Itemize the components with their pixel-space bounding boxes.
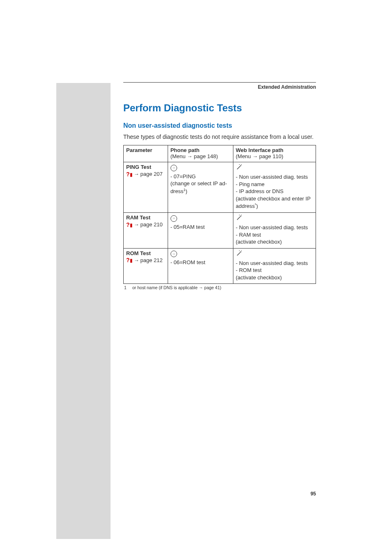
wand-icon: [236, 166, 242, 172]
wand-icon: [236, 252, 242, 258]
param-cell: RAM Test ?▮ → page 210: [124, 213, 168, 249]
page-content: Extended Administration Perform Diagnost…: [0, 0, 392, 290]
phone-path-cell: ∷ - 05=RAM test: [168, 213, 233, 249]
web-path-title: Web Interface path: [236, 147, 284, 153]
cell-line: - 06=ROM test: [171, 259, 231, 266]
arrow-icon: →: [134, 221, 139, 228]
phone-path-cell: ∷ - 06=ROM test: [168, 248, 233, 284]
web-path-cell: - Non user-assisted diag. tests - RAM te…: [233, 213, 316, 249]
phone-menu-prefix: (Menu: [171, 153, 186, 159]
parameters-table: Parameter Phone path (Menu → page 148) W…: [123, 145, 316, 284]
table-header-row: Parameter Phone path (Menu → page 148) W…: [124, 145, 316, 162]
arrow-icon: →: [199, 285, 203, 290]
cell-line: (change or select IP ad-: [171, 180, 231, 187]
col-header-web-path: Web Interface path (Menu → page 110): [233, 145, 316, 162]
web-path-cell: - Non user-assisted diag. tests - Ping n…: [233, 162, 316, 213]
phone-menu-page: page 148): [194, 153, 218, 159]
table-row: RAM Test ?▮ → page 210 ∷ - 05=RAM test: [124, 213, 316, 249]
page-reference-link[interactable]: ?▮ → page 212: [126, 257, 163, 263]
reference-icon: ?▮: [126, 222, 133, 228]
table-row: PING Test ?▮ → page 207 ∷ - 07=PING (cha…: [124, 162, 316, 213]
footnote-text: or host name (if DNS is applicable → pag…: [132, 285, 221, 290]
cell-line: - 05=RAM test: [171, 223, 231, 231]
page-ref-text: page 210: [141, 221, 163, 228]
cell-line: - IP address or DNS: [236, 188, 313, 195]
keypad-icon: ∷: [171, 215, 177, 222]
intro-paragraph: These types of diagnostic tests do not r…: [123, 134, 316, 140]
section-heading: Perform Diagnostic Tests: [123, 102, 316, 114]
cell-line: - Ping name: [236, 181, 313, 188]
phone-path-title: Phone path: [171, 147, 200, 153]
svg-line-3: [239, 164, 240, 165]
param-cell: PING Test ?▮ → page 207: [124, 162, 168, 213]
col-header-phone-path: Phone path (Menu → page 148): [168, 145, 233, 162]
web-menu-page: page 110): [259, 153, 284, 159]
svg-line-4: [237, 216, 240, 220]
cell-line: address*): [236, 202, 313, 210]
svg-line-6: [241, 215, 242, 215]
table-footnote: 1 or host name (if DNS is applicable → p…: [124, 285, 316, 290]
svg-line-2: [241, 164, 242, 165]
reference-icon: ?▮: [126, 171, 133, 177]
svg-line-9: [240, 251, 241, 252]
cell-line: - ROM test: [236, 267, 313, 274]
cell-line: (activate checkbox): [236, 274, 313, 281]
reference-icon: ?▮: [126, 257, 133, 263]
svg-line-1: [240, 165, 241, 166]
cell-line: - 07=PING: [171, 173, 231, 180]
cell-line: - RAM test: [236, 231, 313, 239]
cell-line: (activate checkbox and enter IP: [236, 195, 313, 203]
running-header: Extended Administration: [123, 84, 316, 90]
phone-path-cell: ∷ - 07=PING (change or select IP ad- dre…: [168, 162, 233, 213]
cell-line: - Non user-assisted diag. tests: [236, 224, 313, 231]
arrow-icon: →: [187, 153, 192, 159]
cell-line-text: address: [236, 203, 255, 210]
cell-line-suffix: ): [185, 188, 187, 194]
svg-line-10: [241, 251, 242, 251]
page-reference-link[interactable]: ?▮ → page 207: [126, 171, 163, 177]
header-rule: [123, 82, 316, 83]
page-reference-link[interactable]: ?▮ → page 210: [126, 221, 163, 228]
param-cell: ROM Test ?▮ → page 212: [124, 248, 168, 284]
page-number: 95: [311, 491, 316, 497]
cell-line: dress1): [171, 187, 231, 195]
keypad-icon: ∷: [171, 165, 177, 171]
param-name: RAM Test: [126, 214, 165, 221]
cell-line: - Non user-assisted diag. tests: [236, 173, 313, 181]
page-ref-text: page 212: [141, 257, 163, 263]
arrow-icon: →: [134, 257, 139, 263]
svg-line-8: [237, 252, 240, 256]
cell-line-suffix: ): [256, 203, 258, 210]
footnote-number: 1: [124, 285, 128, 290]
keypad-icon: ∷: [171, 251, 177, 257]
web-menu-prefix: (Menu: [236, 153, 251, 159]
param-name: PING Test: [126, 164, 165, 170]
cell-line: (activate checkbox): [236, 238, 313, 246]
footnote-text-before: or host name (if DNS is applicable: [132, 285, 198, 290]
col-header-parameter: Parameter: [124, 145, 168, 162]
footnote-text-after: page 41): [204, 285, 221, 290]
svg-line-0: [237, 166, 240, 169]
page-ref-text: page 207: [141, 171, 163, 177]
svg-line-11: [239, 251, 240, 251]
web-path-cell: - Non user-assisted diag. tests - ROM te…: [233, 248, 316, 284]
arrow-icon: →: [134, 171, 139, 177]
table-row: ROM Test ?▮ → page 212 ∷ - 06=ROM test: [124, 248, 316, 284]
cell-line: - Non user-assisted diag. tests: [236, 260, 313, 267]
arrow-icon: →: [252, 153, 258, 159]
wand-icon: [236, 216, 242, 222]
svg-line-7: [239, 215, 240, 215]
cell-line-text: dress: [171, 188, 184, 194]
svg-line-5: [240, 216, 241, 216]
subsection-heading: Non user-assisted diagnostic tests: [123, 122, 316, 129]
param-name: ROM Test: [126, 250, 165, 256]
